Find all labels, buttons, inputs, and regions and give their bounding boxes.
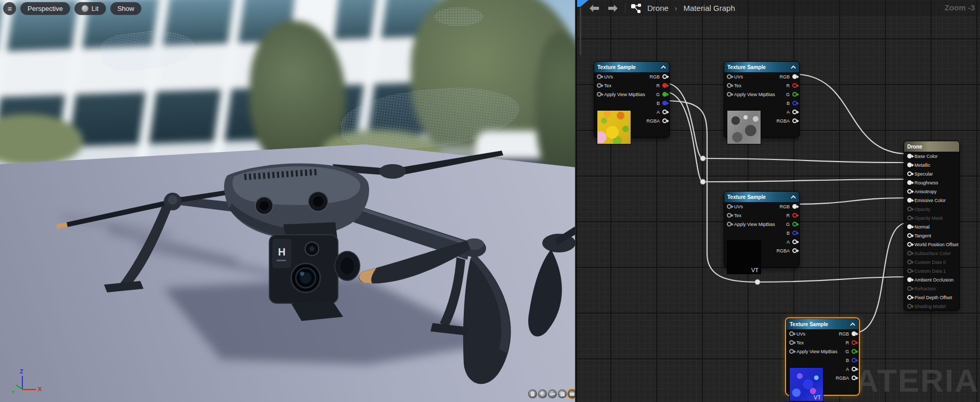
input-pin[interactable] <box>597 92 602 97</box>
material-pin-opacity <box>907 207 912 211</box>
texture-sample-node-3[interactable]: Texture Sample UVs Tex Apply View MipBia… <box>724 191 800 267</box>
viewport-menu-button[interactable]: ≡ <box>3 2 16 15</box>
node-header[interactable]: Texture Sample <box>724 192 799 202</box>
output-pin-rgb[interactable] <box>852 331 856 336</box>
material-pin-specular[interactable] <box>907 171 912 176</box>
material-pin-world-position-offset[interactable] <box>907 242 912 247</box>
back-button[interactable] <box>587 3 601 14</box>
input-pin[interactable] <box>597 74 602 79</box>
texture-preview: VT <box>727 240 761 274</box>
preview-mesh-custom-button[interactable] <box>568 390 575 398</box>
material-pin-metallic[interactable] <box>907 163 912 167</box>
input-pin[interactable] <box>727 204 731 209</box>
input-pin[interactable] <box>727 213 731 218</box>
input-pin[interactable] <box>727 74 731 79</box>
input-pin[interactable] <box>789 340 794 345</box>
material-pin-roughness[interactable] <box>907 180 912 185</box>
material-pin-anisotropy[interactable] <box>907 189 912 194</box>
forward-button[interactable] <box>606 3 620 14</box>
axis-x-label: X <box>38 386 42 392</box>
output-pin-b[interactable] <box>852 358 856 363</box>
node-header[interactable]: Drone <box>904 141 959 152</box>
output-pin-rgba[interactable] <box>662 118 667 123</box>
reroute-dot[interactable] <box>700 156 705 161</box>
sphere-icon <box>540 392 545 396</box>
output-pin-a[interactable] <box>852 367 856 371</box>
output-pin-rgb[interactable] <box>662 74 667 79</box>
output-pin-b[interactable] <box>792 231 797 235</box>
output-pin-r[interactable] <box>792 83 797 88</box>
material-graph-panel[interactable]: MATERIAL Texture Sample UVs Tex Apply Vi… <box>576 0 980 402</box>
node-header[interactable]: Texture Sample <box>594 62 669 72</box>
preview-mesh-cylinder-button[interactable] <box>528 390 537 398</box>
output-pin-r[interactable] <box>852 340 856 345</box>
output-pin-rgb[interactable] <box>792 74 797 79</box>
preview-mesh-buttons <box>528 390 575 398</box>
texture-sample-node-1[interactable]: Texture Sample UVs Tex Apply View MipBia… <box>594 61 670 138</box>
material-pin-pixel-depth-offset[interactable] <box>907 295 912 300</box>
breadcrumb-material[interactable]: Drone <box>647 4 669 12</box>
input-pin[interactable] <box>727 83 731 88</box>
collapse-icon[interactable] <box>791 65 796 70</box>
output-pin-a[interactable] <box>662 110 667 114</box>
output-pin-b[interactable] <box>792 101 797 105</box>
output-pin-g[interactable] <box>662 92 667 97</box>
output-pin-g[interactable] <box>792 92 797 97</box>
input-pin[interactable] <box>727 222 731 226</box>
material-pin-emissive-color[interactable] <box>907 198 912 203</box>
input-pin[interactable] <box>789 349 794 354</box>
output-pin-a[interactable] <box>792 110 797 114</box>
material-pin-base-color[interactable] <box>907 154 912 158</box>
viewport-toolbar: ≡ Perspective Lit Show <box>3 2 141 15</box>
material-pin-subsurface-color <box>907 251 912 256</box>
splitter-handle[interactable] <box>580 7 581 55</box>
output-pin-rgba[interactable] <box>792 118 797 123</box>
output-pin-g[interactable] <box>792 222 797 226</box>
lit-sphere-icon <box>82 5 88 12</box>
output-pin-rgba[interactable] <box>792 248 797 253</box>
hasselblad-badge: H <box>278 246 285 258</box>
material-pin-opacity-mask <box>907 216 912 220</box>
material-output-node[interactable]: Drone Base Color Metallic Specular Rough… <box>904 141 960 311</box>
wire[interactable] <box>794 74 908 154</box>
preview-mesh-sphere-button[interactable] <box>538 390 547 398</box>
preview-mesh-plane-button[interactable] <box>548 390 557 398</box>
drone-right-leg <box>430 257 469 336</box>
output-pin-r[interactable] <box>662 83 667 88</box>
input-pin[interactable] <box>789 331 794 336</box>
node-header[interactable]: Texture Sample <box>724 62 799 72</box>
output-pin-rgb[interactable] <box>792 204 797 209</box>
virtual-texture-badge: VT <box>814 394 821 400</box>
collapse-icon[interactable] <box>661 65 666 70</box>
lit-mode-button[interactable]: Lit <box>74 2 106 15</box>
input-pin[interactable] <box>727 92 731 97</box>
texture-sample-node-4[interactable]: Texture Sample UVs Tex Apply View MipBia… <box>786 318 859 395</box>
perspective-button[interactable]: Perspective <box>20 2 70 15</box>
output-pin-g[interactable] <box>852 349 856 354</box>
wire[interactable] <box>794 198 908 204</box>
collapse-icon[interactable] <box>791 195 796 200</box>
output-pin-b[interactable] <box>662 101 667 105</box>
preview-mesh-cube-button[interactable] <box>558 390 567 398</box>
output-pin-rgba[interactable] <box>852 376 856 380</box>
input-pin[interactable] <box>597 83 602 88</box>
reroute-dot[interactable] <box>700 179 705 184</box>
plane-icon <box>550 393 555 395</box>
material-pin-tangent[interactable] <box>907 233 912 238</box>
material-pin-ambient-occlusion[interactable] <box>907 277 912 282</box>
cylinder-icon <box>531 392 534 396</box>
drone-model-preview[interactable]: H <box>0 0 575 402</box>
output-pin-a[interactable] <box>792 239 797 244</box>
right-arrow-icon <box>607 4 619 12</box>
axis-gizmo: Z X Y <box>12 370 49 398</box>
output-pin-r[interactable] <box>792 213 797 218</box>
breadcrumb-material-graph[interactable]: Material Graph <box>684 4 735 12</box>
viewport-3d[interactable]: H ≡ Perspective Lit Show <box>0 0 575 402</box>
material-pin-normal[interactable] <box>907 224 912 229</box>
reroute-dot[interactable] <box>755 279 760 285</box>
node-header[interactable]: Texture Sample <box>787 319 858 329</box>
texture-sample-node-2[interactable]: Texture Sample UVs Tex Apply View MipBia… <box>724 61 800 138</box>
material-pin-shading-model <box>907 304 912 309</box>
show-button[interactable]: Show <box>110 2 142 15</box>
collapse-icon[interactable] <box>850 322 855 327</box>
